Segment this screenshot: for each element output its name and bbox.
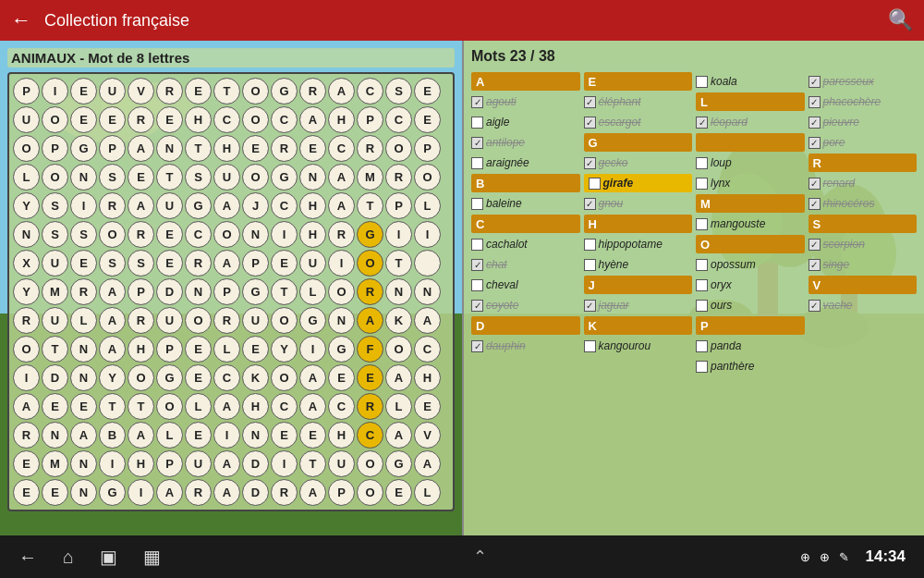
- wordlist-item[interactable]: vache: [808, 296, 918, 314]
- grid-cell[interactable]: R: [213, 307, 240, 334]
- wordlist-item[interactable]: J: [584, 276, 693, 294]
- wordlist-item[interactable]: antilope: [471, 133, 580, 152]
- grid-cell[interactable]: L: [385, 393, 412, 420]
- word-checkbox[interactable]: [471, 239, 483, 251]
- grid-cell[interactable]: A: [414, 307, 441, 334]
- grid-cell[interactable]: S: [385, 78, 412, 105]
- screenshot-nav-icon[interactable]: ▦: [143, 546, 161, 568]
- word-checkbox[interactable]: [696, 76, 708, 88]
- grid-cell[interactable]: N: [70, 479, 97, 506]
- grid-cell[interactable]: C: [271, 106, 298, 133]
- wordlist-item[interactable]: E: [584, 72, 693, 91]
- grid-cell[interactable]: K: [385, 307, 412, 334]
- grid-cell[interactable]: E: [185, 364, 212, 391]
- grid-cell[interactable]: N: [385, 278, 412, 305]
- grid-cell[interactable]: N: [185, 278, 212, 305]
- wordlist-item[interactable]: lynx: [696, 174, 805, 192]
- wordlist-item[interactable]: [808, 337, 918, 355]
- grid-cell[interactable]: I: [414, 221, 441, 248]
- wordlist-item[interactable]: aigle: [471, 113, 580, 131]
- word-checkbox[interactable]: [808, 117, 821, 129]
- grid-cell[interactable]: O: [357, 250, 383, 277]
- grid-cell[interactable]: [414, 250, 441, 277]
- grid-cell[interactable]: Y: [99, 364, 126, 391]
- wordlist-item[interactable]: oryx: [696, 276, 805, 294]
- grid-cell[interactable]: S: [42, 221, 68, 248]
- word-checkbox[interactable]: [808, 137, 821, 149]
- grid-cell[interactable]: H: [213, 135, 240, 162]
- grid-cell[interactable]: O: [357, 479, 383, 506]
- grid-cell[interactable]: H: [299, 221, 326, 248]
- wordlist-item[interactable]: hippopotame: [584, 235, 693, 253]
- grid-cell[interactable]: D: [242, 479, 269, 506]
- wordlist-item[interactable]: M: [696, 194, 805, 213]
- grid-cell[interactable]: E: [156, 221, 183, 248]
- grid-cell[interactable]: M: [42, 278, 68, 305]
- grid-cell[interactable]: E: [70, 106, 97, 133]
- wordlist-item[interactable]: panthère: [696, 357, 805, 375]
- grid-cell[interactable]: H: [328, 422, 355, 449]
- grid-cell[interactable]: E: [42, 479, 68, 506]
- grid-cell[interactable]: N: [156, 135, 183, 162]
- grid-cell[interactable]: C: [328, 135, 355, 162]
- grid-cell[interactable]: R: [271, 135, 298, 162]
- wordlist-item[interactable]: L: [696, 92, 805, 111]
- wordlist-item[interactable]: K: [584, 316, 693, 335]
- grid-cell[interactable]: O: [328, 278, 355, 305]
- word-checkbox[interactable]: [589, 178, 601, 190]
- grid-cell[interactable]: K: [242, 364, 269, 391]
- grid-cell[interactable]: C: [213, 106, 240, 133]
- wordlist-item[interactable]: araignée: [471, 154, 580, 172]
- grid-cell[interactable]: P: [156, 450, 183, 477]
- wordlist-item[interactable]: S: [808, 215, 918, 233]
- grid-cell[interactable]: C: [271, 192, 298, 219]
- grid-cell[interactable]: R: [128, 106, 154, 133]
- wordlist-item[interactable]: [696, 133, 805, 152]
- grid-cell[interactable]: E: [13, 479, 40, 506]
- grid-cell[interactable]: T: [271, 278, 298, 305]
- word-checkbox[interactable]: [808, 76, 821, 88]
- grid-cell[interactable]: E: [299, 422, 326, 449]
- wordlist-item[interactable]: H: [584, 215, 693, 233]
- grid-cell[interactable]: S: [42, 192, 68, 219]
- grid-cell[interactable]: U: [156, 307, 183, 334]
- grid-cell[interactable]: E: [271, 422, 298, 449]
- word-checkbox[interactable]: [696, 300, 708, 312]
- wordlist-item[interactable]: D: [471, 316, 580, 335]
- grid-cell[interactable]: A: [213, 450, 240, 477]
- grid-cell[interactable]: R: [357, 135, 383, 162]
- word-checkbox[interactable]: [696, 340, 708, 352]
- word-checkbox[interactable]: [471, 96, 483, 108]
- grid-cell[interactable]: N: [242, 221, 269, 248]
- grid-cell[interactable]: A: [328, 164, 355, 191]
- grid-cell[interactable]: H: [242, 393, 269, 420]
- grid-cell[interactable]: A: [99, 336, 126, 363]
- grid-cell[interactable]: E: [357, 364, 383, 391]
- grid-cell[interactable]: G: [99, 479, 126, 506]
- grid-cell[interactable]: P: [213, 278, 240, 305]
- grid-cell[interactable]: I: [128, 479, 154, 506]
- word-checkbox[interactable]: [584, 96, 596, 108]
- word-checkbox[interactable]: [808, 300, 821, 312]
- grid-cell[interactable]: O: [185, 307, 212, 334]
- grid-cell[interactable]: U: [13, 106, 40, 133]
- grid-cell[interactable]: E: [99, 106, 126, 133]
- grid-cell[interactable]: P: [42, 135, 68, 162]
- word-checkbox[interactable]: [584, 117, 596, 129]
- grid-cell[interactable]: P: [414, 135, 441, 162]
- word-checkbox[interactable]: [808, 178, 821, 190]
- grid-cell[interactable]: P: [156, 336, 183, 363]
- grid-cell[interactable]: C: [357, 78, 383, 105]
- grid-cell[interactable]: I: [70, 192, 97, 219]
- grid-cell[interactable]: G: [357, 221, 383, 248]
- grid-cell[interactable]: B: [99, 422, 126, 449]
- grid-cell[interactable]: A: [299, 364, 326, 391]
- grid-cell[interactable]: E: [242, 336, 269, 363]
- grid-cell[interactable]: R: [156, 78, 183, 105]
- word-checkbox[interactable]: [584, 198, 596, 210]
- grid-cell[interactable]: S: [185, 164, 212, 191]
- grid-cell[interactable]: U: [42, 307, 68, 334]
- grid-cell[interactable]: E: [13, 450, 40, 477]
- grid-cell[interactable]: O: [242, 106, 269, 133]
- grid-cell[interactable]: I: [328, 250, 355, 277]
